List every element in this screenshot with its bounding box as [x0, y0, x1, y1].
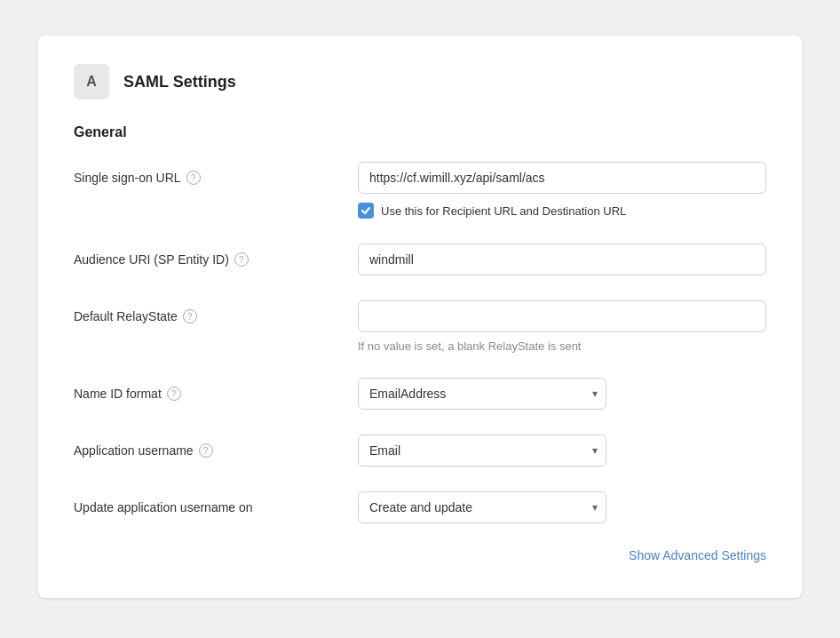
- sso-url-label: Single sign-on URL ?: [74, 162, 358, 185]
- relay-state-row: Default RelayState ? If no value is set,…: [74, 300, 766, 353]
- update-username-on-label: Update application username on: [74, 491, 358, 514]
- audience-uri-input[interactable]: [358, 243, 766, 275]
- audience-uri-label: Audience URI (SP Entity ID) ?: [74, 243, 358, 267]
- sso-url-help-icon[interactable]: ?: [186, 171, 201, 185]
- app-username-help-icon[interactable]: ?: [199, 443, 213, 458]
- recipient-url-checkbox-wrapper[interactable]: [358, 203, 374, 219]
- app-username-control: Email Username Custom ▾: [358, 435, 766, 467]
- audience-uri-help-icon[interactable]: ?: [234, 252, 249, 267]
- relay-state-control: If no value is set, a blank RelayState i…: [358, 300, 766, 353]
- card-title: SAML Settings: [123, 73, 236, 92]
- update-username-on-select[interactable]: Create and update Create only: [358, 491, 606, 523]
- show-advanced-settings-link[interactable]: Show Advanced Settings: [629, 548, 766, 562]
- app-username-select-wrapper: Email Username Custom ▾: [358, 435, 606, 467]
- sso-url-input[interactable]: [358, 162, 766, 194]
- avatar: A: [74, 64, 109, 100]
- update-username-on-select-wrapper: Create and update Create only ▾: [358, 491, 606, 523]
- app-username-row: Application username ? Email Username Cu…: [74, 435, 766, 467]
- saml-settings-card: A SAML Settings General Single sign-on U…: [38, 36, 802, 598]
- sso-url-control: Use this for Recipient URL and Destinati…: [358, 162, 766, 219]
- app-username-select[interactable]: Email Username Custom: [358, 435, 606, 467]
- relay-state-help-icon[interactable]: ?: [183, 309, 197, 323]
- relay-state-hint: If no value is set, a blank RelayState i…: [358, 339, 766, 353]
- relay-state-input[interactable]: [358, 300, 766, 332]
- update-username-on-row: Update application username on Create an…: [74, 491, 766, 523]
- recipient-url-label: Use this for Recipient URL and Destinati…: [381, 204, 626, 218]
- name-id-format-label: Name ID format ?: [74, 378, 358, 401]
- name-id-format-help-icon[interactable]: ?: [167, 387, 181, 401]
- audience-uri-control: [358, 243, 766, 275]
- footer-link-wrapper: Show Advanced Settings: [74, 548, 766, 562]
- card-header: A SAML Settings: [74, 64, 766, 100]
- sso-url-row: Single sign-on URL ? Use this for Recipi…: [74, 162, 766, 219]
- name-id-format-select[interactable]: EmailAddress Persistent Transient Unspec…: [358, 378, 606, 410]
- recipient-url-checkbox-row: Use this for Recipient URL and Destinati…: [358, 203, 766, 219]
- section-title: General: [74, 124, 766, 140]
- name-id-format-select-wrapper: EmailAddress Persistent Transient Unspec…: [358, 378, 606, 410]
- relay-state-label: Default RelayState ?: [74, 300, 358, 323]
- update-username-on-control: Create and update Create only ▾: [358, 491, 766, 523]
- app-username-label: Application username ?: [74, 435, 358, 458]
- audience-uri-row: Audience URI (SP Entity ID) ?: [74, 243, 766, 275]
- name-id-format-row: Name ID format ? EmailAddress Persistent…: [74, 378, 766, 410]
- name-id-format-control: EmailAddress Persistent Transient Unspec…: [358, 378, 766, 410]
